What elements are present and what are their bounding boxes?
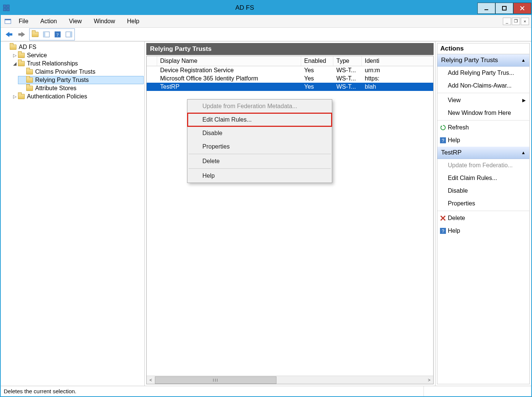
menu-bar: File Action View Window Help _ ❐ × xyxy=(1,15,531,28)
console-tree[interactable]: ▷ AD FS ▷ Service ◢ Trust Relationships xyxy=(1,42,145,386)
mdi-close-button[interactable]: × xyxy=(521,18,529,25)
tree-label: AD FS xyxy=(19,44,36,51)
menu-help[interactable]: Help xyxy=(121,18,146,25)
title-bar: AD FS xyxy=(1,1,531,15)
action-edit-claim-rules[interactable]: Edit Claim Rules... xyxy=(437,172,529,184)
svg-text:?: ? xyxy=(56,32,59,37)
tree-label: Claims Provider Trusts xyxy=(35,68,95,75)
close-button[interactable] xyxy=(513,3,531,14)
cell-display-name: Microsoft Office 365 Identity Platform xyxy=(157,74,301,83)
action-delete[interactable]: Delete xyxy=(437,212,529,225)
list-column-headers: Display Name Enabled Type Identi xyxy=(147,56,433,66)
ctx-disable[interactable]: Disable xyxy=(187,126,332,140)
action-disable[interactable]: Disable xyxy=(437,184,529,197)
window-controls xyxy=(477,2,531,14)
menu-view[interactable]: View xyxy=(63,18,88,25)
show-hide-tree-button[interactable] xyxy=(41,29,52,40)
horizontal-scrollbar[interactable]: < III > xyxy=(147,376,433,384)
help-toolbar-button[interactable]: ? xyxy=(52,29,63,40)
tree-node-service[interactable]: ▷ Service xyxy=(10,51,144,59)
collapse-icon[interactable]: ▲ xyxy=(521,58,526,63)
ctx-delete[interactable]: Delete xyxy=(187,155,332,168)
action-label: View xyxy=(448,97,461,104)
ctx-separator xyxy=(189,168,331,169)
scroll-track[interactable]: III xyxy=(155,376,425,384)
menu-file[interactable]: File xyxy=(13,18,34,25)
tree-label: Attribute Stores xyxy=(35,85,76,92)
show-hide-action-pane-button[interactable] xyxy=(64,29,74,40)
svg-rect-0 xyxy=(3,5,6,7)
column-identifier[interactable]: Identi xyxy=(362,56,433,66)
menu-action[interactable]: Action xyxy=(34,18,63,25)
actions-section-relying-party-trusts[interactable]: Relying Party Trusts ▲ xyxy=(437,54,529,67)
actions-body: Relying Party Trusts ▲ Add Relying Party… xyxy=(437,54,530,384)
action-label: Update from Federatio... xyxy=(448,162,513,169)
mmc-window: AD FS File Action View Window Help _ ❐ × xyxy=(0,0,532,397)
action-label: Add Relying Party Trus... xyxy=(448,70,514,76)
window-title: AD FS xyxy=(12,4,477,12)
actions-separator xyxy=(437,120,529,120)
up-one-level-button[interactable] xyxy=(30,29,40,40)
list-view[interactable]: Display Name Enabled Type Identi Device … xyxy=(146,56,434,384)
help-icon: ? xyxy=(440,137,446,143)
ctx-update-federation-metadata: Update from Federation Metadata... xyxy=(187,100,332,113)
collapse-icon[interactable]: ◢ xyxy=(11,61,18,66)
tree-node-trust-relationships[interactable]: ◢ Trust Relationships xyxy=(10,59,144,68)
action-label: New Window from Here xyxy=(448,110,511,116)
mmc-snapin-icon xyxy=(3,18,13,25)
list-row[interactable]: Microsoft Office 365 Identity Platform Y… xyxy=(147,74,433,83)
scroll-left-button[interactable]: < xyxy=(147,376,155,384)
menu-window[interactable]: Window xyxy=(88,18,121,25)
action-refresh[interactable]: Refresh xyxy=(437,121,529,134)
action-label: Help xyxy=(448,137,460,144)
expand-icon[interactable]: ▷ xyxy=(11,53,18,58)
scroll-right-button[interactable]: > xyxy=(425,376,433,384)
tree-node-claims-provider-trusts[interactable]: · Claims Provider Trusts xyxy=(18,68,144,76)
ctx-edit-claim-rules[interactable]: Edit Claim Rules... xyxy=(187,113,332,126)
actions-pane-title: Actions xyxy=(437,43,530,54)
svg-rect-11 xyxy=(9,33,12,36)
mdi-controls: _ ❐ × xyxy=(503,18,529,25)
action-help-2[interactable]: ? Help xyxy=(437,225,529,237)
tree-node-attribute-stores[interactable]: · Attribute Stores xyxy=(18,84,144,92)
actions-section-testrp[interactable]: TestRP ▲ xyxy=(437,147,529,159)
action-add-non-claims-aware[interactable]: Add Non-Claims-Awar... xyxy=(437,79,529,92)
forward-button[interactable] xyxy=(16,29,27,40)
expand-icon[interactable]: ▷ xyxy=(11,94,18,99)
scroll-thumb[interactable]: III xyxy=(155,376,276,384)
action-label: Refresh xyxy=(448,124,469,131)
tree-node-adfs-root[interactable]: ▷ AD FS xyxy=(1,43,144,51)
column-type[interactable]: Type xyxy=(333,56,362,66)
column-enabled[interactable]: Enabled xyxy=(301,56,333,66)
list-row-selected[interactable]: TestRP Yes WS-T... blah xyxy=(147,83,433,91)
minimize-button[interactable] xyxy=(477,3,495,14)
actions-pane: Actions Relying Party Trusts ▲ Add Relyi… xyxy=(435,42,531,386)
svg-rect-3 xyxy=(7,8,9,11)
status-bar: Deletes the current selection. xyxy=(1,386,531,396)
svg-rect-15 xyxy=(43,32,45,37)
folder-icon xyxy=(26,86,33,91)
tree-node-authentication-policies[interactable]: ▷ Authentication Policies xyxy=(10,92,144,101)
tree-node-relying-party-trusts[interactable]: · Relying Party Trusts xyxy=(18,76,144,84)
svg-text:?: ? xyxy=(442,138,444,143)
results-pane: Relying Party Trusts Display Name Enable… xyxy=(145,42,435,386)
action-help[interactable]: ? Help xyxy=(437,134,529,147)
collapse-icon[interactable]: ▲ xyxy=(521,150,526,155)
action-properties[interactable]: Properties xyxy=(437,197,529,210)
maximize-button[interactable] xyxy=(495,3,513,14)
svg-rect-9 xyxy=(5,19,11,20)
mdi-restore-button[interactable]: ❐ xyxy=(512,18,520,25)
action-label: Edit Claim Rules... xyxy=(448,175,497,181)
back-button[interactable] xyxy=(4,29,14,40)
action-add-relying-party-trust[interactable]: Add Relying Party Trus... xyxy=(437,67,529,79)
list-body: Device Registration Service Yes WS-T... … xyxy=(147,66,433,376)
tree-label: Relying Party Trusts xyxy=(35,77,89,83)
svg-rect-2 xyxy=(3,8,6,11)
column-display-name[interactable]: Display Name xyxy=(157,56,301,66)
ctx-properties[interactable]: Properties xyxy=(187,140,332,153)
mdi-minimize-button[interactable]: _ xyxy=(503,18,511,25)
ctx-help[interactable]: Help xyxy=(187,169,332,183)
action-view[interactable]: View▶ xyxy=(437,94,529,107)
action-new-window-from-here[interactable]: New Window from Here xyxy=(437,107,529,119)
list-row[interactable]: Device Registration Service Yes WS-T... … xyxy=(147,66,433,74)
